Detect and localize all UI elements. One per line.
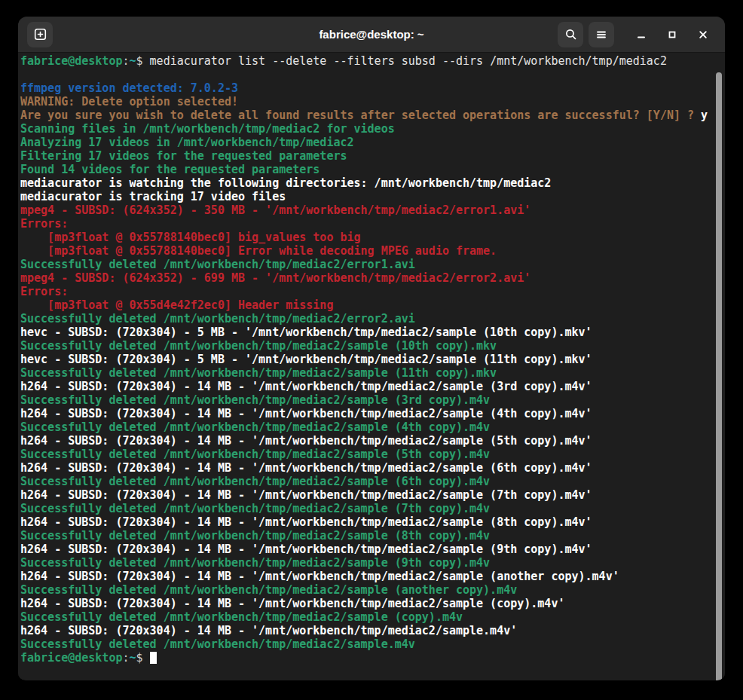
terminal-text-segment: fabrice@desktop xyxy=(20,54,122,68)
terminal-text-segment: Successfully deleted /mnt/workbench/tmp/… xyxy=(20,258,415,271)
terminal-text-segment: h264 - SUBSD: (720x304) - 14 MB - '/mnt/… xyxy=(20,624,517,637)
terminal-line: h264 - SUBSD: (720x304) - 14 MB - '/mnt/… xyxy=(20,543,714,556)
terminal-text-segment: $ xyxy=(136,651,150,665)
terminal-text-segment: h264 - SUBSD: (720x304) - 14 MB - '/mnt/… xyxy=(20,570,619,583)
terminal-text-segment: mpeg4 - SUBSD: (624x352) - 699 MB - '/mn… xyxy=(20,271,530,285)
terminal-line: h264 - SUBSD: (720x304) - 14 MB - '/mnt/… xyxy=(20,380,714,393)
terminal-text-segment: mediacurator list --delete --filters sub… xyxy=(150,54,667,68)
terminal-text-segment: h264 - SUBSD: (720x304) - 14 MB - '/mnt/… xyxy=(20,434,592,448)
terminal-line: Successfully deleted /mnt/workbench/tmp/… xyxy=(20,312,714,326)
terminal-line: Found 14 videos for the requested parame… xyxy=(20,163,714,176)
terminal-line: Scanning files in /mnt/workbench/tmp/med… xyxy=(20,122,714,136)
terminal-text-segment: Successfully deleted /mnt/workbench/tmp/… xyxy=(20,393,490,407)
terminal-line: Successfully deleted /mnt/workbench/tmp/… xyxy=(20,610,714,624)
terminal-line: Successfully deleted /mnt/workbench/tmp/… xyxy=(20,637,714,651)
terminal-line: Successfully deleted /mnt/workbench/tmp/… xyxy=(20,420,714,434)
terminal-line: fabrice@desktop:~$ xyxy=(20,651,714,665)
terminal-line: mpeg4 - SUBSD: (624x352) - 350 MB - '/mn… xyxy=(20,203,714,217)
terminal-text-segment: h264 - SUBSD: (720x304) - 14 MB - '/mnt/… xyxy=(20,488,592,502)
menu-button[interactable] xyxy=(589,22,614,47)
terminal-line: Errors: xyxy=(20,217,714,231)
terminal-text-segment: ~ xyxy=(130,651,136,665)
terminal-line: h264 - SUBSD: (720x304) - 14 MB - '/mnt/… xyxy=(20,461,714,475)
terminal-text-segment: WARNING: Delete option selected! xyxy=(20,95,238,109)
terminal-text-segment: Successfully deleted /mnt/workbench/tmp/… xyxy=(20,448,490,461)
terminal-text-segment: mediacurator is watching the following d… xyxy=(20,176,551,190)
terminal-text-segment: Scanning files in /mnt/workbench/tmp/med… xyxy=(20,122,395,136)
terminal-text-segment: Successfully deleted /mnt/workbench/tmp/… xyxy=(20,420,490,434)
terminal-text-segment: Filtering 17 videos for the requested pa… xyxy=(20,149,347,163)
terminal-text-segment: [mp3float @ 0x55d4e42f2ec0] Header missi… xyxy=(20,298,333,312)
terminal-text-segment: Errors: xyxy=(20,285,68,298)
terminal-text-segment: h264 - SUBSD: (720x304) - 14 MB - '/mnt/… xyxy=(20,515,592,529)
new-tab-button[interactable] xyxy=(27,22,53,47)
terminal-line: Successfully deleted /mnt/workbench/tmp/… xyxy=(20,583,714,597)
terminal-text-segment: : xyxy=(122,54,129,68)
search-button[interactable] xyxy=(558,22,583,47)
close-icon xyxy=(697,29,709,41)
terminal-text-segment: : xyxy=(122,651,129,665)
terminal-line: ffmpeg version detected: 7.0.2-3 xyxy=(20,81,714,95)
terminal-output[interactable]: fabrice@desktop:~$ mediacurator list --d… xyxy=(18,53,725,680)
terminal-text-segment: ~ xyxy=(130,54,136,68)
titlebar-controls xyxy=(558,22,716,47)
terminal-line: h264 - SUBSD: (720x304) - 14 MB - '/mnt/… xyxy=(20,515,714,529)
terminal-text-segment: fabrice@desktop xyxy=(20,651,122,665)
terminal-text-segment: Successfully deleted /mnt/workbench/tmp/… xyxy=(20,312,415,326)
menu-icon xyxy=(595,29,607,41)
new-tab-icon xyxy=(34,28,47,41)
terminal-text-segment: Analyzing 17 videos in /mnt/workbench/tm… xyxy=(20,136,354,149)
terminal-line: Successfully deleted /mnt/workbench/tmp/… xyxy=(20,448,714,461)
terminal-text-segment: Successfully deleted /mnt/workbench/tmp/… xyxy=(20,556,490,570)
terminal-line: mediacurator is watching the following d… xyxy=(20,176,714,190)
terminal-text-segment: Successfully deleted /mnt/workbench/tmp/… xyxy=(20,366,497,380)
terminal-line: Filtering 17 videos for the requested pa… xyxy=(20,149,714,163)
terminal-text-segment: [mp3float @ 0x55788140bec0] big_values t… xyxy=(20,231,361,244)
terminal-line: h264 - SUBSD: (720x304) - 14 MB - '/mnt/… xyxy=(20,570,714,583)
terminal-text-segment: hevc - SUBSD: (720x304) - 5 MB - '/mnt/w… xyxy=(20,353,592,366)
terminal-line: Successfully deleted /mnt/workbench/tmp/… xyxy=(20,258,714,271)
terminal-text-segment: h264 - SUBSD: (720x304) - 14 MB - '/mnt/… xyxy=(20,461,592,475)
minimize-icon xyxy=(635,29,647,41)
maximize-icon xyxy=(666,29,678,41)
terminal-text-segment: hevc - SUBSD: (720x304) - 5 MB - '/mnt/w… xyxy=(20,326,592,339)
terminal-line: h264 - SUBSD: (720x304) - 14 MB - '/mnt/… xyxy=(20,488,714,502)
terminal-line: mediacurator is tracking 17 video files xyxy=(20,190,714,203)
titlebar: fabrice@desktop: ~ xyxy=(18,17,725,53)
terminal-line: hevc - SUBSD: (720x304) - 5 MB - '/mnt/w… xyxy=(20,326,714,339)
terminal-window: fabrice@desktop: ~ xyxy=(18,17,725,680)
terminal-line: [mp3float @ 0x55d4e42f2ec0] Header missi… xyxy=(20,298,714,312)
terminal-line: Successfully deleted /mnt/workbench/tmp/… xyxy=(20,339,714,353)
terminal-line: hevc - SUBSD: (720x304) - 5 MB - '/mnt/w… xyxy=(20,353,714,366)
terminal-text-segment: ffmpeg version detected: 7.0.2-3 xyxy=(20,81,238,95)
terminal-line: Successfully deleted /mnt/workbench/tmp/… xyxy=(20,475,714,488)
terminal-text-segment: Are you sure you wish to delete all foun… xyxy=(20,109,701,122)
terminal-text-segment: Errors: xyxy=(20,217,68,231)
terminal-text-segment: h264 - SUBSD: (720x304) - 14 MB - '/mnt/… xyxy=(20,407,592,420)
terminal-line: Errors: xyxy=(20,285,714,298)
terminal-text-segment: Successfully deleted /mnt/workbench/tmp/… xyxy=(20,583,517,597)
terminal-text-segment: h264 - SUBSD: (720x304) - 14 MB - '/mnt/… xyxy=(20,597,564,610)
terminal-line: Successfully deleted /mnt/workbench/tmp/… xyxy=(20,556,714,570)
terminal-line: mpeg4 - SUBSD: (624x352) - 699 MB - '/mn… xyxy=(20,271,714,285)
terminal-text-segment: Successfully deleted /mnt/workbench/tmp/… xyxy=(20,637,415,651)
terminal-line: Successfully deleted /mnt/workbench/tmp/… xyxy=(20,502,714,515)
terminal-text-segment: mediacurator is tracking 17 video files xyxy=(20,190,286,203)
terminal-line: h264 - SUBSD: (720x304) - 14 MB - '/mnt/… xyxy=(20,624,714,637)
terminal-line: Are you sure you wish to delete all foun… xyxy=(20,109,714,122)
terminal-text-segment: Successfully deleted /mnt/workbench/tmp/… xyxy=(20,610,463,624)
terminal-text-segment: $ xyxy=(136,54,150,68)
terminal-line xyxy=(20,68,714,81)
maximize-button[interactable] xyxy=(659,22,685,47)
terminal-line: h264 - SUBSD: (720x304) - 14 MB - '/mnt/… xyxy=(20,407,714,420)
terminal-line: fabrice@desktop:~$ mediacurator list --d… xyxy=(20,54,714,68)
terminal-text-segment: Successfully deleted /mnt/workbench/tmp/… xyxy=(20,529,490,543)
minimize-button[interactable] xyxy=(628,22,654,47)
terminal-line: WARNING: Delete option selected! xyxy=(20,95,714,109)
close-button[interactable] xyxy=(690,22,716,47)
terminal-line: Successfully deleted /mnt/workbench/tmp/… xyxy=(20,393,714,407)
terminal-line: h264 - SUBSD: (720x304) - 14 MB - '/mnt/… xyxy=(20,597,714,610)
terminal-line: [mp3float @ 0x55788140bec0] Error while … xyxy=(20,244,714,258)
terminal-line: Successfully deleted /mnt/workbench/tmp/… xyxy=(20,366,714,380)
scrollbar-thumb[interactable] xyxy=(716,72,722,680)
